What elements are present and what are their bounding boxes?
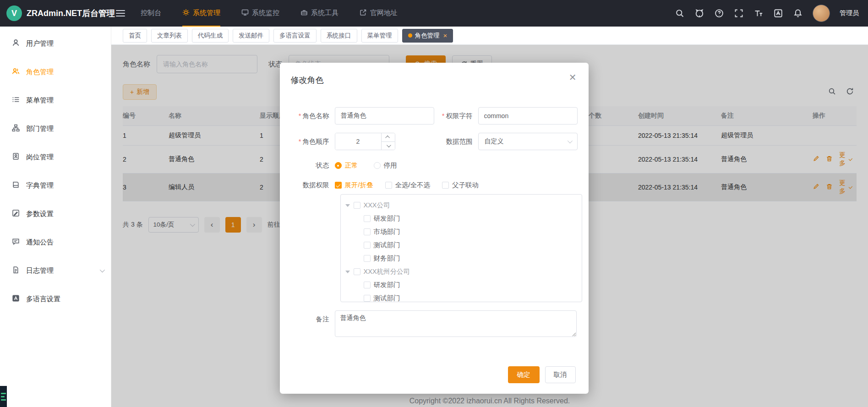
parent-child-link-checkbox[interactable]: 父子联动 — [442, 181, 479, 190]
expand-collapse-checkbox[interactable]: 展开/折叠 — [335, 181, 373, 190]
sidebar-item-posts[interactable]: 岗位管理 — [0, 143, 111, 171]
edit-square-icon — [12, 209, 20, 218]
tree-node-dept[interactable]: 市场部门 — [364, 225, 577, 239]
menu-list-icon — [12, 96, 20, 105]
checkbox-icon[interactable] — [364, 295, 371, 302]
decrease-button[interactable] — [382, 142, 395, 150]
close-tab-icon[interactable]: × — [443, 32, 448, 39]
chevron-up-icon — [385, 136, 390, 140]
language-icon[interactable] — [773, 8, 783, 18]
tab-menu-manage[interactable]: 菜单管理 — [361, 29, 398, 43]
sidebar-item-logs[interactable]: 日志管理 — [0, 256, 111, 285]
checkbox-icon[interactable] — [354, 202, 360, 209]
header-actions: 管理员 — [675, 5, 868, 22]
required-icon: * — [442, 112, 445, 119]
sidebar-item-dictionary[interactable]: 字典管理 — [0, 171, 111, 200]
book-icon — [12, 181, 20, 190]
checkbox-icon — [385, 182, 392, 189]
cancel-button[interactable]: 取消 — [545, 366, 576, 383]
tree-node-dept[interactable]: 研发部门 — [364, 278, 577, 292]
nav-website-link[interactable]: 官网地址 — [360, 0, 398, 27]
gear-icon — [182, 9, 190, 17]
checkbox-icon[interactable] — [364, 242, 371, 249]
username[interactable]: 管理员 — [840, 9, 859, 17]
font-size-icon[interactable] — [753, 8, 764, 18]
nav-system-monitor[interactable]: 系统监控 — [241, 0, 279, 27]
tree-expand-icon[interactable] — [345, 271, 350, 273]
language-square-icon — [12, 294, 20, 304]
devtools-badge — [0, 386, 7, 407]
chat-bubble-icon — [12, 238, 20, 247]
app-title: ZRAdmin.NET后台管理 — [27, 8, 115, 19]
tree-node-dept[interactable]: 测试部门 — [364, 292, 577, 302]
users-group-icon — [12, 67, 20, 76]
checkbox-icon[interactable] — [364, 282, 371, 288]
sidebar-item-users[interactable]: 用户管理 — [0, 29, 111, 58]
dialog-title: 修改角色 — [291, 75, 578, 86]
role-order-input[interactable] — [335, 133, 381, 150]
nav-system-manage[interactable]: 系统管理 — [182, 0, 220, 27]
top-nav: 控制台 系统管理 系统监控 系统工具 官网地址 — [141, 0, 398, 27]
data-scope-select[interactable]: 自定义 — [478, 133, 578, 150]
role-name-label: *角色名称 — [291, 112, 335, 120]
required-icon: * — [299, 138, 301, 145]
help-icon[interactable] — [714, 8, 724, 18]
tab-system-api[interactable]: 系统接口 — [321, 29, 357, 43]
monitor-icon — [241, 9, 249, 17]
nav-system-tools[interactable]: 系统工具 — [300, 0, 338, 27]
toolbox-icon — [300, 9, 308, 17]
tab-i18n[interactable]: 多语言设置 — [273, 29, 317, 43]
user-avatar[interactable] — [813, 5, 830, 22]
fullscreen-icon[interactable] — [734, 8, 744, 18]
sidebar-item-notices[interactable]: 通知公告 — [0, 228, 111, 256]
tree-expand-icon[interactable] — [345, 204, 350, 207]
sidebar-item-roles[interactable]: 角色管理 — [0, 58, 111, 86]
role-name-input[interactable] — [335, 107, 434, 125]
tab-codegen[interactable]: 代码生成 — [192, 29, 229, 43]
tree-node-dept[interactable]: 测试部门 — [364, 239, 577, 252]
top-header: V ZRAdmin.NET后台管理 控制台 系统管理 系统监控 系统工具 官网地 — [0, 0, 868, 27]
sidebar: 用户管理 角色管理 菜单管理 部门管理 岗位管理 字典管理 — [0, 27, 111, 407]
status-label: 状态 — [291, 161, 335, 170]
active-dot-icon — [408, 33, 412, 38]
app: V ZRAdmin.NET后台管理 控制台 系统管理 系统监控 系统工具 官网地 — [0, 0, 868, 407]
tags-view-bar: 首页 文章列表 代码生成 发送邮件 多语言设置 系统接口 菜单管理 角色管理 × — [111, 27, 868, 45]
github-icon[interactable] — [694, 8, 704, 18]
status-radio-disabled[interactable]: 停用 — [374, 161, 397, 170]
tree-node-company[interactable]: XXX公司 — [345, 199, 577, 212]
increase-button[interactable] — [382, 133, 395, 142]
sidebar-item-parameters[interactable]: 参数设置 — [0, 200, 111, 228]
nav-console[interactable]: 控制台 — [141, 0, 161, 27]
sidebar-toggle-icon[interactable] — [111, 0, 130, 27]
search-icon[interactable] — [675, 8, 685, 18]
select-all-checkbox[interactable]: 全选/全不选 — [385, 181, 431, 190]
checkbox-icon[interactable] — [354, 268, 360, 275]
data-scope-label: 数据范围 — [434, 137, 478, 146]
chevron-down-icon — [567, 138, 572, 143]
checkbox-icon[interactable] — [364, 215, 371, 222]
sidebar-item-i18n[interactable]: 多语言设置 — [0, 285, 111, 313]
external-link-icon — [360, 9, 367, 17]
remark-textarea[interactable]: 普通角色 — [335, 310, 577, 337]
close-icon[interactable]: ✕ — [569, 73, 577, 82]
bell-icon[interactable] — [793, 8, 803, 18]
log-file-icon — [12, 266, 20, 275]
status-radio-normal[interactable]: 正常 — [335, 161, 358, 170]
tree-node-dept[interactable]: 研发部门 — [364, 212, 577, 225]
dialog-footer: 确定 取消 — [508, 366, 576, 383]
edit-role-form: *角色名称 *权限字符 *角色顺序 — [291, 107, 578, 337]
sidebar-item-menus[interactable]: 菜单管理 — [0, 86, 111, 114]
tab-role-manage[interactable]: 角色管理 × — [402, 29, 453, 43]
sidebar-item-departments[interactable]: 部门管理 — [0, 114, 111, 143]
data-perm-label: 数据权限 — [291, 181, 335, 190]
checkbox-icon[interactable] — [364, 228, 371, 235]
perm-char-input[interactable] — [478, 107, 578, 125]
tab-home[interactable]: 首页 — [123, 29, 147, 43]
tree-node-branch-company[interactable]: XXX杭州分公司 — [345, 265, 577, 278]
tab-articles[interactable]: 文章列表 — [151, 29, 188, 43]
checkbox-icon[interactable] — [364, 255, 371, 262]
tab-sendmail[interactable]: 发送邮件 — [233, 29, 269, 43]
chevron-down-icon — [386, 143, 391, 147]
confirm-button[interactable]: 确定 — [508, 366, 540, 383]
tree-node-dept[interactable]: 财务部门 — [364, 252, 577, 265]
